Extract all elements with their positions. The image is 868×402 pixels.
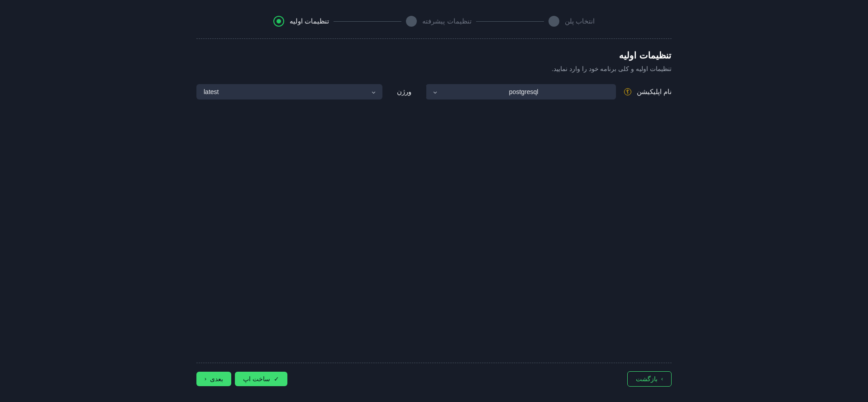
create-app-button[interactable]: ✓ ساخت اپ	[235, 372, 287, 386]
step-label: انتخاب پلن	[565, 17, 595, 25]
create-button-label: ساخت اپ	[243, 375, 270, 383]
chevron-left-icon: ‹	[205, 376, 206, 382]
divider	[196, 38, 672, 39]
step-circle-active-icon	[273, 16, 284, 27]
next-button-label: بعدی	[210, 375, 223, 383]
check-icon: ✓	[274, 375, 279, 383]
step-advanced-settings: تنظیمات پیشرفته	[406, 16, 471, 27]
version-value: latest	[204, 88, 219, 95]
app-name-group: نام اپلیکیشن ؟	[426, 84, 672, 99]
app-name-input[interactable]	[503, 84, 616, 99]
form-row: نام اپلیکیشن ؟ ورژن latest	[196, 84, 672, 99]
step-line	[334, 21, 401, 22]
step-select-plan: انتخاب پلن	[548, 16, 595, 27]
app-name-label: نام اپلیکیشن	[637, 88, 672, 96]
next-button[interactable]: بعدی ‹	[196, 372, 231, 386]
page-container: تنظیمات اولیه تنظیمات پیشرفته انتخاب پلن…	[196, 0, 672, 402]
content-area: تنظیمات اولیه تنظیمات اولیه و کلی برنامه…	[196, 50, 672, 352]
back-button-label: بازگشت	[636, 375, 658, 383]
chevron-right-icon: ›	[661, 376, 663, 382]
step-line	[476, 21, 544, 22]
footer-right: › بازگشت	[627, 371, 672, 387]
version-label: ورژن	[397, 88, 411, 96]
divider	[196, 363, 672, 363]
stepper: تنظیمات اولیه تنظیمات پیشرفته انتخاب پلن	[196, 14, 672, 36]
app-name-prefix-select[interactable]	[426, 84, 503, 99]
version-select[interactable]: latest	[196, 84, 382, 99]
app-name-input-wrapper	[426, 84, 616, 99]
step-initial-settings: تنظیمات اولیه	[273, 16, 329, 27]
step-circle-icon	[548, 16, 559, 27]
step-label: تنظیمات اولیه	[290, 17, 329, 25]
footer: › بازگشت ✓ ساخت اپ بعدی ‹	[196, 371, 672, 402]
step-circle-icon	[406, 16, 417, 27]
section-subtitle: تنظیمات اولیه و کلی برنامه خود را وارد ن…	[196, 65, 672, 72]
step-label: تنظیمات پیشرفته	[422, 17, 471, 25]
back-button[interactable]: › بازگشت	[627, 371, 672, 387]
section-title: تنظیمات اولیه	[196, 50, 672, 61]
footer-left: ✓ ساخت اپ بعدی ‹	[196, 372, 287, 386]
help-icon[interactable]: ؟	[624, 88, 631, 95]
